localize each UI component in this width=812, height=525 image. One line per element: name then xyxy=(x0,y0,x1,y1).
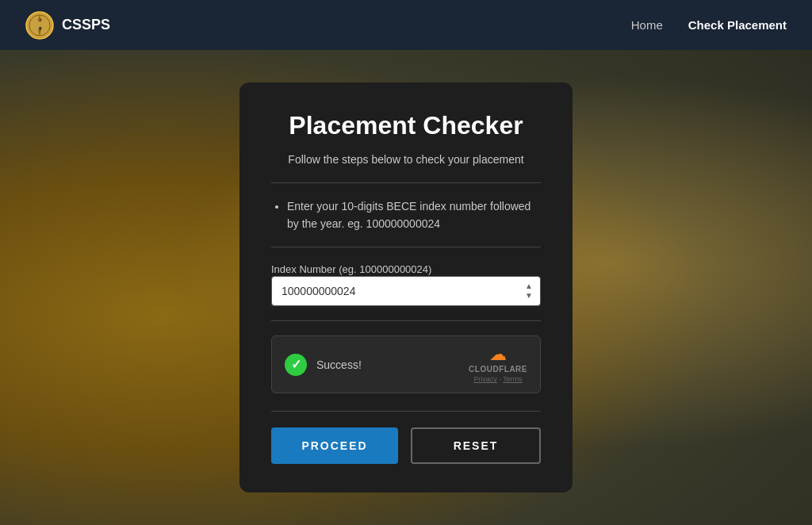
captcha-left: ✓ Success! xyxy=(285,354,362,376)
captcha-widget: ✓ Success! ☁ CLOUDFLARE Privacy · Terms xyxy=(271,335,541,393)
reset-button[interactable]: RESET xyxy=(411,427,541,464)
index-number-wrapper: ▲ ▼ xyxy=(271,276,541,306)
index-number-input[interactable] xyxy=(271,276,541,306)
placement-card: Placement Checker Follow the steps below… xyxy=(239,82,573,493)
proceed-button[interactable]: PROCEED xyxy=(271,427,398,464)
divider-2 xyxy=(271,247,541,247)
divider-4 xyxy=(271,411,541,412)
button-row: PROCEED RESET xyxy=(271,427,541,464)
index-number-label: Index Number (eg. 100000000024) xyxy=(271,263,431,275)
brand-logo: ✦ ⚜ xyxy=(25,11,54,40)
navbar-nav: Home Check Placement xyxy=(631,18,787,32)
cloudflare-logo: ☁ CLOUDFLARE Privacy · Terms xyxy=(469,346,527,383)
divider-1 xyxy=(271,182,541,183)
captcha-success-icon: ✓ xyxy=(285,354,307,376)
captcha-success-text: Success! xyxy=(316,358,362,371)
cloudflare-cloud-icon: ☁ xyxy=(489,346,507,363)
nav-check-placement[interactable]: Check Placement xyxy=(688,18,787,32)
divider-3 xyxy=(271,320,541,321)
cloudflare-label: CLOUDFLARE xyxy=(469,365,527,374)
brand: ✦ ⚜ CSSPS xyxy=(25,11,110,40)
spinner-down[interactable]: ▼ xyxy=(525,292,533,300)
card-title: Placement Checker xyxy=(271,111,541,140)
card-subtitle: Follow the steps below to check your pla… xyxy=(271,151,541,168)
instruction-list: Enter your 10-digits BECE index number f… xyxy=(271,197,541,233)
cloudflare-links: Privacy · Terms xyxy=(473,375,522,383)
number-spinner[interactable]: ▲ ▼ xyxy=(525,282,533,300)
spinner-up[interactable]: ▲ xyxy=(525,282,533,290)
cloudflare-privacy-link[interactable]: Privacy xyxy=(473,375,497,383)
brand-name: CSSPS xyxy=(62,17,110,33)
cloudflare-terms-link[interactable]: Terms xyxy=(503,375,523,383)
main-content: Placement Checker Follow the steps below… xyxy=(0,50,812,525)
nav-home[interactable]: Home xyxy=(631,18,663,32)
navbar: ✦ ⚜ CSSPS Home Check Placement xyxy=(0,0,812,50)
instruction-item: Enter your 10-digits BECE index number f… xyxy=(287,197,541,233)
